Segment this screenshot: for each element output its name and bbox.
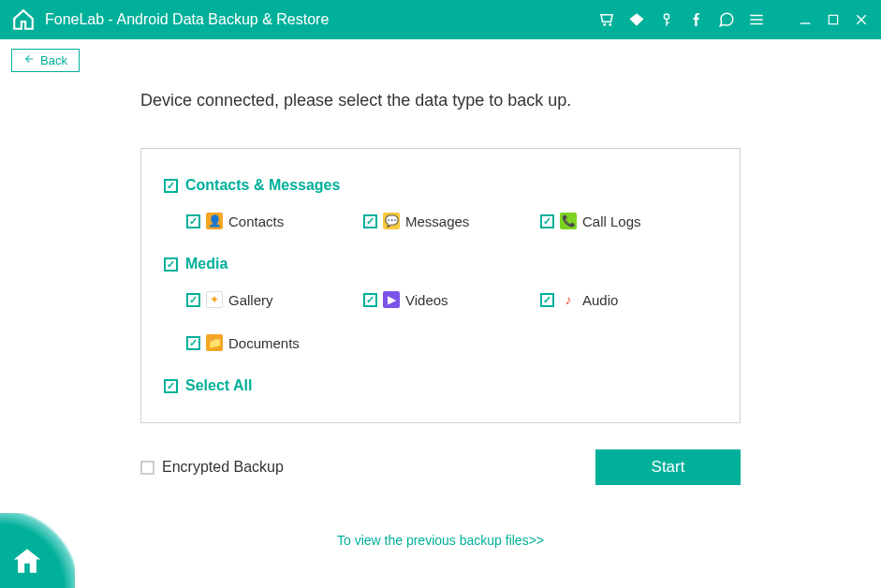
wifi-icon[interactable] xyxy=(628,11,645,28)
media-row-1: ✦ Gallery ▶ Videos ♪ Audio xyxy=(164,291,717,308)
corner-home-button[interactable] xyxy=(0,513,75,588)
item-label-documents: Documents xyxy=(228,335,300,351)
item-label-calllogs: Call Logs xyxy=(582,213,641,229)
media-row-2: 📁 Documents xyxy=(164,334,717,351)
videos-icon: ▶ xyxy=(383,291,400,308)
home-icon xyxy=(11,545,43,577)
checkbox-audio[interactable] xyxy=(540,293,554,307)
item-label-audio: Audio xyxy=(582,292,618,308)
checkbox-media[interactable] xyxy=(164,257,178,272)
view-previous-link[interactable]: To view the previous backup files>> xyxy=(337,533,544,548)
item-label-messages: Messages xyxy=(405,213,469,229)
back-arrow-icon xyxy=(23,53,35,67)
messages-icon: 💬 xyxy=(383,213,400,229)
view-previous-container: To view the previous backup files>> xyxy=(140,532,741,549)
group-label-media: Media xyxy=(185,256,228,272)
select-all-label: Select All xyxy=(185,377,252,394)
svg-rect-7 xyxy=(829,15,837,23)
audio-icon: ♪ xyxy=(560,291,577,308)
documents-icon: 📁 xyxy=(206,334,223,351)
select-all-row[interactable]: Select All xyxy=(164,377,717,394)
item-documents[interactable]: 📁 Documents xyxy=(186,334,363,351)
item-messages[interactable]: 💬 Messages xyxy=(363,213,540,229)
contacts-icon: 👤 xyxy=(206,213,223,229)
footer-row: Encrypted Backup Start xyxy=(140,449,741,485)
feedback-icon[interactable] xyxy=(718,11,735,28)
item-label-videos: Videos xyxy=(405,292,448,308)
start-button[interactable]: Start xyxy=(595,449,741,485)
checkbox-messages[interactable] xyxy=(363,214,377,228)
checkbox-encrypted-backup[interactable] xyxy=(140,461,154,475)
back-button[interactable]: Back xyxy=(11,49,80,72)
key-icon[interactable] xyxy=(658,11,675,28)
window-controls xyxy=(797,11,870,28)
minimize-icon[interactable] xyxy=(797,11,814,28)
checkbox-contacts[interactable] xyxy=(186,214,200,228)
checkbox-gallery[interactable] xyxy=(186,293,200,307)
app-title: FoneLab - Android Data Backup & Restore xyxy=(45,11,329,28)
encrypted-backup-row[interactable]: Encrypted Backup xyxy=(140,459,284,476)
item-contacts[interactable]: 👤 Contacts xyxy=(186,213,363,229)
svg-point-0 xyxy=(664,14,668,19)
titlebar-left: FoneLab - Android Data Backup & Restore xyxy=(11,7,329,32)
home-logo-icon xyxy=(11,7,36,32)
maximize-icon[interactable] xyxy=(825,11,842,28)
checkbox-select-all[interactable] xyxy=(164,379,178,393)
checkbox-videos[interactable] xyxy=(363,293,377,307)
checkbox-documents[interactable] xyxy=(186,336,200,350)
contacts-messages-row: 👤 Contacts 💬 Messages 📞 Call Logs xyxy=(164,213,717,229)
item-gallery[interactable]: ✦ Gallery xyxy=(186,291,363,308)
item-audio[interactable]: ♪ Audio xyxy=(540,291,717,308)
calllogs-icon: 📞 xyxy=(560,213,577,229)
back-button-label: Back xyxy=(40,53,67,67)
group-label-contacts-messages: Contacts & Messages xyxy=(185,177,340,194)
item-label-contacts: Contacts xyxy=(228,213,284,229)
selection-panel: Contacts & Messages 👤 Contacts 💬 Message… xyxy=(140,148,741,423)
menu-icon[interactable] xyxy=(748,11,765,28)
cart-icon[interactable] xyxy=(598,11,615,28)
close-icon[interactable] xyxy=(853,11,870,28)
encrypted-backup-label: Encrypted Backup xyxy=(162,459,284,476)
group-contacts-messages[interactable]: Contacts & Messages xyxy=(164,177,717,194)
main-content: Device connected, please select the data… xyxy=(0,39,881,549)
gallery-icon: ✦ xyxy=(206,291,223,308)
item-calllogs[interactable]: 📞 Call Logs xyxy=(540,213,717,229)
item-label-gallery: Gallery xyxy=(228,292,273,308)
facebook-icon[interactable] xyxy=(688,11,705,28)
instruction-text: Device connected, please select the data… xyxy=(140,91,741,110)
item-videos[interactable]: ▶ Videos xyxy=(363,291,540,308)
checkbox-contacts-messages[interactable] xyxy=(164,179,178,193)
titlebar: FoneLab - Android Data Backup & Restore xyxy=(0,0,881,39)
checkbox-calllogs[interactable] xyxy=(540,214,554,228)
group-media[interactable]: Media xyxy=(164,256,717,272)
titlebar-right xyxy=(598,11,870,28)
